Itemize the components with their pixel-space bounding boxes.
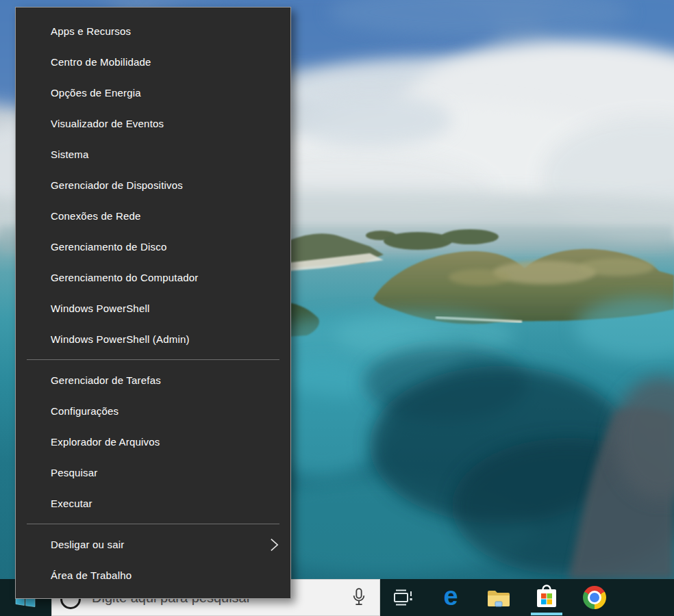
menu-item-label: Gerenciador de Tarefas bbox=[51, 374, 161, 386]
menu-item-label: Centro de Mobilidade bbox=[51, 56, 151, 68]
screen: Digite aqui para pesquisar bbox=[0, 0, 674, 616]
menu-item-centro-de-mobilidade[interactable]: Centro de Mobilidade bbox=[16, 47, 290, 77]
menu-item-executar[interactable]: Executar bbox=[16, 488, 290, 519]
menu-item-configuracoes[interactable]: Configurações bbox=[16, 396, 290, 426]
menu-item-explorador-de-arquivos[interactable]: Explorador de Arquivos bbox=[16, 426, 290, 457]
chevron-right-icon bbox=[270, 537, 279, 552]
menu-item-gerenciador-de-dispositivos[interactable]: Gerenciador de Dispositivos bbox=[16, 170, 290, 201]
winx-menu: Apps e Recursos Centro de Mobilidade Opç… bbox=[15, 7, 291, 599]
microsoft-store-button[interactable] bbox=[523, 579, 571, 616]
menu-item-label: Pesquisar bbox=[51, 467, 98, 478]
menu-item-opcoes-de-energia[interactable]: Opções de Energia bbox=[16, 77, 290, 108]
menu-item-label: Área de Trabalho bbox=[51, 569, 132, 581]
edge-button[interactable]: e bbox=[427, 579, 475, 616]
menu-item-label: Apps e Recursos bbox=[51, 25, 131, 37]
menu-item-windows-powershell-admin[interactable]: Windows PowerShell (Admin) bbox=[16, 324, 290, 355]
menu-item-gerenciamento-de-disco[interactable]: Gerenciamento de Disco bbox=[16, 231, 290, 262]
menu-item-pesquisar[interactable]: Pesquisar bbox=[16, 457, 290, 488]
menu-item-gerenciamento-do-computador[interactable]: Gerenciamento do Computador bbox=[16, 262, 290, 293]
menu-item-area-de-trabalho[interactable]: Área de Trabalho bbox=[16, 560, 290, 591]
menu-item-desligar-ou-sair[interactable]: Desligar ou sair bbox=[16, 529, 290, 560]
menu-item-label: Conexões de Rede bbox=[51, 210, 141, 222]
microsoft-store-icon bbox=[534, 584, 560, 611]
menu-item-visualizador-de-eventos[interactable]: Visualizador de Eventos bbox=[16, 108, 290, 139]
menu-item-gerenciador-de-tarefas[interactable]: Gerenciador de Tarefas bbox=[16, 365, 290, 396]
taskbar-app-icons: e bbox=[379, 579, 619, 616]
task-view-button[interactable] bbox=[379, 579, 427, 616]
menu-item-label: Configurações bbox=[51, 405, 118, 417]
menu-item-label: Gerenciador de Dispositivos bbox=[51, 179, 183, 191]
microphone-icon[interactable] bbox=[351, 587, 366, 611]
task-view-icon bbox=[392, 588, 413, 607]
menu-item-windows-powershell[interactable]: Windows PowerShell bbox=[16, 293, 290, 324]
menu-item-label: Sistema bbox=[51, 149, 89, 160]
menu-item-sistema[interactable]: Sistema bbox=[16, 139, 290, 170]
edge-icon: e bbox=[443, 583, 458, 609]
chrome-icon bbox=[583, 586, 606, 609]
menu-item-label: Visualizador de Eventos bbox=[51, 118, 164, 129]
menu-item-label: Windows PowerShell (Admin) bbox=[51, 333, 190, 345]
file-explorer-icon bbox=[486, 587, 511, 608]
menu-item-label: Opções de Energia bbox=[51, 87, 141, 99]
menu-item-label: Gerenciamento do Computador bbox=[51, 272, 199, 283]
menu-item-label: Gerenciamento de Disco bbox=[51, 241, 166, 253]
chrome-button[interactable] bbox=[571, 579, 619, 616]
menu-separator bbox=[27, 524, 279, 524]
file-explorer-button[interactable] bbox=[475, 579, 523, 616]
menu-item-label: Desligar ou sair bbox=[51, 539, 124, 550]
menu-item-label: Executar bbox=[51, 498, 92, 509]
active-app-indicator bbox=[531, 613, 562, 615]
menu-separator bbox=[27, 359, 279, 360]
menu-item-label: Windows PowerShell bbox=[51, 303, 150, 314]
menu-item-apps-e-recursos[interactable]: Apps e Recursos bbox=[16, 16, 290, 47]
menu-item-conexoes-de-rede[interactable]: Conexões de Rede bbox=[16, 201, 290, 231]
menu-item-label: Explorador de Arquivos bbox=[51, 436, 160, 448]
